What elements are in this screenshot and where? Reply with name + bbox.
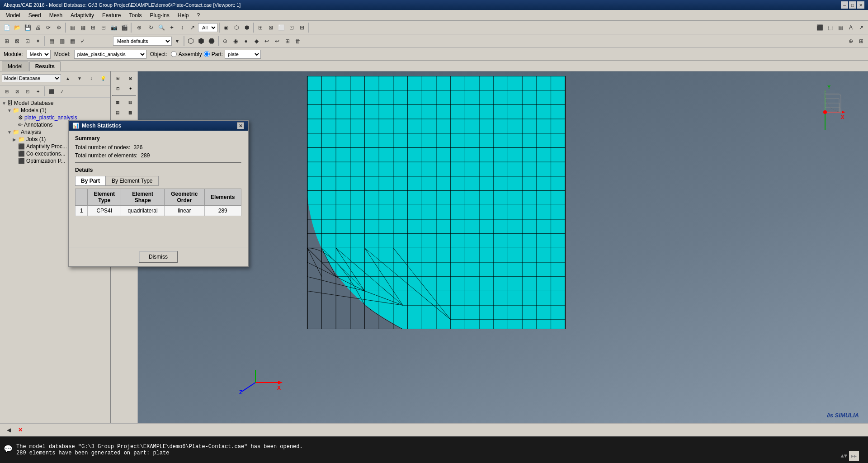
mesh-arrow-icon[interactable]: ▼ xyxy=(172,36,182,46)
delete-icon[interactable]: 🗑 xyxy=(293,36,303,46)
cube-icon1[interactable]: ⬡ xyxy=(186,36,196,46)
tab-by-part[interactable]: By Part xyxy=(75,176,106,186)
new-icon[interactable]: 📄 xyxy=(2,23,12,33)
module-select[interactable]: Mesh xyxy=(27,50,51,59)
dialog-close-btn[interactable]: ✕ xyxy=(237,122,244,129)
mesh-ctrl-icon3[interactable]: ▦ xyxy=(67,36,77,46)
mesh-seed-icon2[interactable]: ⊠ xyxy=(12,36,22,46)
body-icon[interactable]: ⊡ xyxy=(287,23,297,33)
mesh-ctrl-icon1[interactable]: ▤ xyxy=(47,36,57,46)
tree-tool6[interactable]: ✓ xyxy=(57,86,67,96)
tab-by-element-type[interactable]: By Element Type xyxy=(106,176,159,186)
diamond-icon[interactable]: ◆ xyxy=(251,36,261,46)
mesh-seed-icon3[interactable]: ⊡ xyxy=(23,36,33,46)
tool-seed-part[interactable]: ⊠ xyxy=(125,73,137,83)
tree-tool4[interactable]: ✦ xyxy=(33,86,43,96)
cube-icon3[interactable]: ⬣ xyxy=(207,36,217,46)
open-icon[interactable]: 📂 xyxy=(12,23,22,33)
part-select[interactable]: plate xyxy=(225,50,261,59)
grid-icon[interactable]: ⊞ xyxy=(283,36,292,46)
menu-help2[interactable]: ? xyxy=(193,11,204,19)
tree-btn3[interactable]: ↕ xyxy=(86,73,96,83)
move-icon[interactable]: ↕ xyxy=(177,23,187,33)
tree-tool3[interactable]: ⊡ xyxy=(23,86,33,96)
tool-mesh-part[interactable]: ▤ xyxy=(112,108,124,118)
tree-btn4[interactable]: 💡 xyxy=(98,73,108,83)
tool-elem-type[interactable]: ▥ xyxy=(125,97,137,107)
cursor-icon[interactable]: ↗ xyxy=(188,23,198,33)
menu-plugins[interactable]: Plug-ins xyxy=(146,11,173,19)
nav-back[interactable]: ◀ xyxy=(4,425,14,435)
cube-icon2[interactable]: ⬢ xyxy=(196,36,206,46)
zoom-icon[interactable]: 🔍 xyxy=(156,23,166,33)
right-icon1[interactable]: ⬛ xyxy=(815,23,825,33)
mesh-ctrl-icon4[interactable]: ✓ xyxy=(78,36,88,46)
shade-icon2[interactable]: ⬡ xyxy=(231,23,241,33)
tool-mesh-ctrl[interactable]: ▦ xyxy=(112,97,124,107)
coord-icon[interactable]: ⊞ xyxy=(297,23,307,33)
print-icon[interactable]: 🖨 xyxy=(33,23,43,33)
right-icon3[interactable]: ▦ xyxy=(835,23,845,33)
camera-icon[interactable]: 📷 xyxy=(109,23,119,33)
circle-icon1[interactable]: ⊙ xyxy=(220,36,230,46)
r-icon1[interactable]: ⊕ xyxy=(846,36,856,46)
node-icon[interactable]: ⊞ xyxy=(255,23,265,33)
menu-model[interactable]: Model xyxy=(2,11,24,19)
tree-tool1[interactable]: ⊞ xyxy=(2,86,12,96)
viewport-icon2[interactable]: ↻ xyxy=(146,23,156,33)
right-icon5[interactable]: ↗ xyxy=(856,23,866,33)
undo-icon[interactable]: ↩ xyxy=(262,36,272,46)
face-icon[interactable]: ⬜ xyxy=(276,23,286,33)
all-dropdown[interactable]: All xyxy=(198,23,217,32)
dismiss-button[interactable]: Dismiss xyxy=(139,251,178,263)
circle-icon3[interactable]: ● xyxy=(241,36,251,46)
menu-tools[interactable]: Tools xyxy=(125,11,145,19)
shade-icon3[interactable]: ⬢ xyxy=(242,23,252,33)
tool-seed-edge[interactable]: ⊞ xyxy=(112,73,124,83)
tree-root[interactable]: ▼ 🗄 Model Database xyxy=(2,99,108,107)
r-icon2[interactable]: ⊞ xyxy=(856,36,866,46)
refresh-icon[interactable]: ⟳ xyxy=(43,23,53,33)
maximize-btn[interactable]: □ xyxy=(849,1,856,9)
menu-feature[interactable]: Feature xyxy=(99,11,124,19)
tree-tool2[interactable]: ⊠ xyxy=(12,86,22,96)
part-radio[interactable] xyxy=(204,51,210,57)
save-icon[interactable]: 💾 xyxy=(23,23,33,33)
mesh-seed-icon4[interactable]: ✦ xyxy=(33,36,43,46)
menu-adaptivity[interactable]: Adaptivity xyxy=(67,11,98,19)
circle-icon2[interactable]: ◉ xyxy=(231,36,241,46)
view-icon4[interactable]: ⊟ xyxy=(99,23,108,33)
minimize-btn[interactable]: – xyxy=(841,1,848,9)
elem-icon[interactable]: ⊠ xyxy=(266,23,276,33)
tool-seed-face[interactable]: ⊡ xyxy=(112,84,124,94)
tree-btn1[interactable]: ▲ xyxy=(63,73,73,83)
tab-model[interactable]: Model xyxy=(2,61,28,71)
tool-mesh-region[interactable]: ▩ xyxy=(125,108,137,118)
msg-expand[interactable]: ▶▶ xyxy=(849,451,859,461)
viewport-icon1[interactable]: ⊕ xyxy=(133,23,146,33)
menu-mesh[interactable]: Mesh xyxy=(46,11,66,19)
assembly-radio[interactable] xyxy=(171,51,177,57)
model-db-select[interactable]: Model Database xyxy=(2,74,61,82)
view-icon3[interactable]: ⊞ xyxy=(88,23,98,33)
tab-results[interactable]: Results xyxy=(29,61,61,71)
view-icon1[interactable]: ▦ xyxy=(67,23,77,33)
mesh-seed-icon1[interactable]: ⊞ xyxy=(2,36,12,46)
right-icon4[interactable]: A xyxy=(846,23,856,33)
shade-icon[interactable]: ◉ xyxy=(221,23,231,33)
tool-delete-seed[interactable]: ✦ xyxy=(125,84,137,94)
model-select[interactable]: plate_plastic_analysis xyxy=(74,50,146,59)
menu-seed[interactable]: Seed xyxy=(25,11,45,19)
mesh-ctrl-icon2[interactable]: ▥ xyxy=(57,36,67,46)
nav-close[interactable]: ✕ xyxy=(15,425,25,435)
menu-help[interactable]: Help xyxy=(174,11,193,19)
settings-icon[interactable]: ⚙ xyxy=(54,23,64,33)
render-icon[interactable]: 🎬 xyxy=(119,23,129,33)
right-icon2[interactable]: ⬚ xyxy=(825,23,835,33)
undo2-icon[interactable]: ↩ xyxy=(272,36,282,46)
tree-models[interactable]: ▼ 📁 Models (1) xyxy=(7,107,108,114)
tree-tool5[interactable]: ⬛ xyxy=(47,86,57,96)
view-icon2[interactable]: ▩ xyxy=(78,23,88,33)
tree-btn2[interactable]: ▼ xyxy=(75,73,85,83)
close-btn[interactable]: ✕ xyxy=(857,1,864,9)
